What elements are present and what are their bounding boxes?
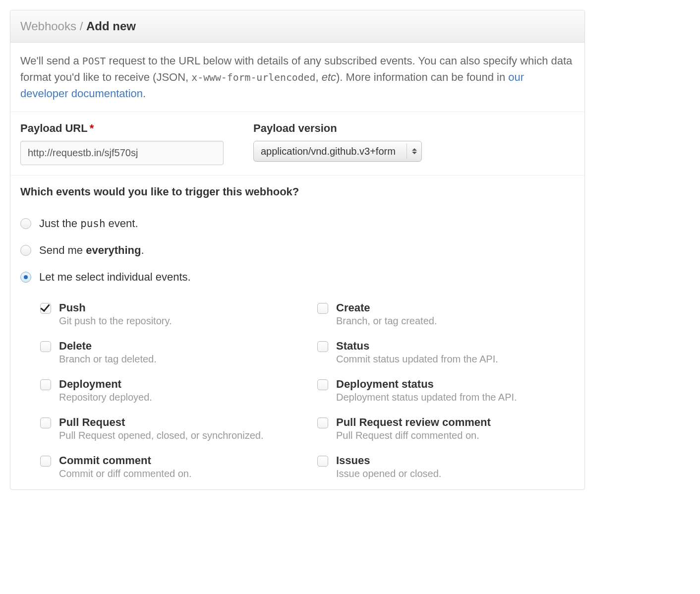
intro-text: We'll send a POST request to the URL bel… [20,53,575,102]
radio-icon [20,272,31,283]
breadcrumb-parent[interactable]: Webhooks [20,19,76,33]
event-text: Pull Request review commentPull Request … [336,416,491,441]
bold-text: everything [86,244,141,256]
event-item[interactable]: IssuesIssue opened or closed. [317,454,575,479]
event-title: Push [59,301,172,314]
trigger-option-individual[interactable]: Let me select individual events. [20,264,575,291]
payload-url-input[interactable] [20,141,224,165]
event-item[interactable]: CreateBranch, or tag created. [317,301,575,327]
event-text: DeploymentRepository deployed. [59,378,152,403]
event-desc: Branch or tag deleted. [59,354,157,365]
radio-label: Let me select individual events. [39,271,191,284]
post-code: POST [82,56,106,67]
event-item[interactable]: StatusCommit status updated from the API… [317,340,575,365]
select-separator [407,144,407,159]
event-desc: Git push to the repository. [59,315,172,327]
event-title: Delete [59,340,157,353]
url-section: Payload URL* Payload version application… [10,112,584,176]
payload-version-label: Payload version [253,122,422,135]
event-item[interactable]: PushGit push to the repository. [40,301,297,327]
event-item[interactable]: Deployment statusDeployment status updat… [317,378,575,403]
event-item[interactable]: DeleteBranch or tag deleted. [40,340,297,365]
event-title: Deployment [59,378,152,391]
payload-version-select[interactable]: application/vnd.github.v3+form [253,141,422,162]
event-desc: Pull Request diff commented on. [336,430,491,441]
checkbox-icon[interactable] [40,456,51,467]
event-text: PushGit push to the repository. [59,301,172,327]
webhooks-panel: Webhooks / Add new We'll send a POST req… [10,10,585,490]
event-text: Deployment statusDeployment status updat… [336,378,517,403]
required-asterisk: * [90,122,94,134]
push-code: push [80,218,105,230]
panel-header: Webhooks / Add new [10,10,584,43]
form-encoding-code: x-www-form-urlencoded [191,72,315,83]
radio-icon [20,245,31,256]
event-text: Pull RequestPull Request opened, closed,… [59,416,263,441]
text-fragment: Just the [39,217,80,230]
intro-fragment: ). More information can be found in [336,71,508,83]
intro-fragment: We'll send a [20,55,82,67]
event-desc: Commit status updated from the API. [336,354,498,365]
etc-text: etc [322,71,336,83]
checkbox-icon[interactable] [317,379,328,390]
event-title: Create [336,301,437,314]
checkbox-icon[interactable] [40,417,51,428]
label-text: Payload URL [20,122,88,134]
event-title: Issues [336,454,441,467]
checkbox-icon[interactable] [317,303,328,314]
payload-url-label: Payload URL* [20,122,224,135]
trigger-options: Just the push event. Send me everything.… [20,210,575,291]
text-fragment: event. [105,217,138,230]
event-item[interactable]: Pull Request review commentPull Request … [317,416,575,441]
breadcrumb: Webhooks / Add new [20,19,136,33]
event-title: Pull Request [59,416,263,429]
event-desc: Repository deployed. [59,392,152,403]
event-desc: Deployment status updated from the API. [336,392,517,403]
event-title: Commit comment [59,454,192,467]
checkbox-icon[interactable] [40,303,51,314]
events-question: Which events would you like to trigger t… [20,185,575,198]
event-item[interactable]: Pull RequestPull Request opened, closed,… [40,416,297,441]
event-desc: Issue opened or closed. [336,468,441,479]
checkbox-icon[interactable] [317,417,328,428]
radio-label: Just the push event. [39,217,138,230]
event-title: Pull Request review comment [336,416,491,429]
text-fragment: Send me [39,244,86,256]
text-fragment: . [141,244,144,256]
event-desc: Commit or diff commented on. [59,468,192,479]
event-item[interactable]: Commit commentCommit or diff commented o… [40,454,297,479]
events-section: Which events would you like to trigger t… [10,176,584,489]
event-text: IssuesIssue opened or closed. [336,454,441,479]
radio-icon [20,218,31,229]
trigger-option-everything[interactable]: Send me everything. [20,237,575,264]
event-text: StatusCommit status updated from the API… [336,340,498,365]
checkbox-icon[interactable] [40,341,51,352]
event-text: Commit commentCommit or diff commented o… [59,454,192,479]
event-text: CreateBranch, or tag created. [336,301,437,327]
trigger-option-push-only[interactable]: Just the push event. [20,210,575,237]
event-item[interactable]: DeploymentRepository deployed. [40,378,297,403]
event-desc: Pull Request opened, closed, or synchron… [59,430,263,441]
events-grid: PushGit push to the repository.CreateBra… [20,301,575,479]
radio-label: Send me everything. [39,244,144,257]
intro-fragment: . [143,87,146,100]
event-title: Deployment status [336,378,517,391]
intro-section: We'll send a POST request to the URL bel… [10,43,584,112]
event-desc: Branch, or tag created. [336,315,437,327]
checkbox-icon[interactable] [317,456,328,467]
event-title: Status [336,340,498,353]
intro-fragment: , [315,71,321,83]
event-text: DeleteBranch or tag deleted. [59,340,157,365]
checkbox-icon[interactable] [40,379,51,390]
breadcrumb-current: Add new [86,19,136,33]
checkbox-icon[interactable] [317,341,328,352]
